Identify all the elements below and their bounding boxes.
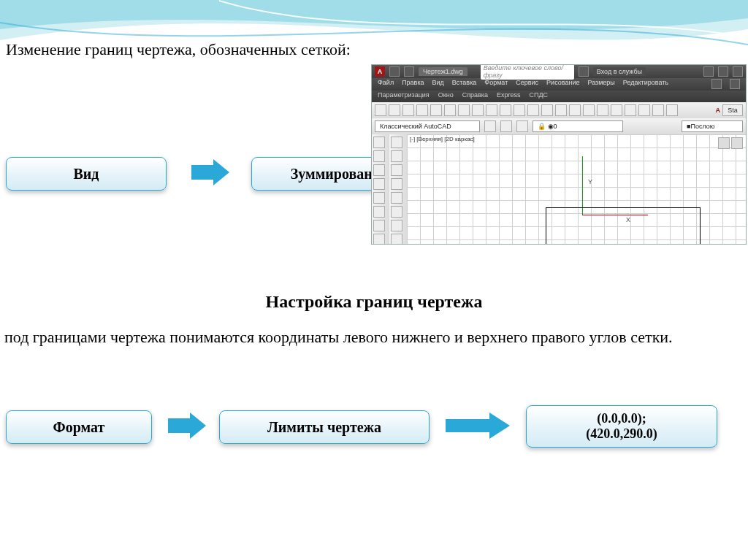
layer-combo-value: 0	[554, 121, 557, 131]
toolbar-button	[516, 120, 528, 132]
toolbar-button	[486, 104, 497, 116]
draw-tool-button	[373, 220, 385, 231]
cad-menubar-2: Параметризация Окно Справка Express СПДС	[372, 91, 746, 102]
toolbar-button	[389, 104, 400, 116]
toolbar-button	[484, 120, 496, 132]
toolbar-button	[472, 104, 484, 116]
draw-tool-button	[373, 137, 385, 148]
menu-item: Параметризация	[378, 91, 430, 101]
drawing-rectangle	[546, 207, 701, 245]
cad-toolbar: A Sta	[372, 102, 746, 118]
viewport-label: [-] [Верхняя] [2D каркас]	[410, 136, 475, 142]
flow-bottom-step-1: Формат	[6, 410, 152, 444]
right-button: Sta	[722, 104, 743, 116]
toolbar-button	[569, 104, 581, 116]
window-max-icon	[733, 66, 743, 77]
flow-bottom-step2-label: Лимиты чертежа	[267, 419, 381, 436]
toolbar-button	[500, 120, 512, 132]
ucs-y-axis	[582, 156, 583, 215]
slide-subtitle: Настройка границ чертежа	[0, 292, 748, 312]
annotation-a-icon: A	[716, 107, 721, 114]
cad-menubar-1: Файл Правка Вид Вставка Формат Сервис Ри…	[372, 78, 746, 91]
viewport-control-button	[731, 137, 743, 149]
color-combo: ■ Послою	[682, 120, 743, 132]
menu-item: Вставка	[452, 79, 476, 90]
toolbar-button	[541, 104, 553, 116]
toolbar-button	[611, 104, 622, 116]
menu-item: Вид	[432, 79, 444, 90]
qat-button	[404, 66, 414, 77]
toolbar-button	[402, 104, 414, 116]
workspace-combo: Классический AutoCAD	[375, 120, 480, 132]
slide-title: Изменение границ чертежа, обозначенных с…	[6, 40, 351, 59]
flow-top-step-1: Вид	[6, 157, 167, 191]
draw-tool-button	[373, 164, 385, 176]
qat-button	[389, 66, 400, 77]
slide-body-text: под границами чертежа понимаются координ…	[4, 327, 744, 348]
modify-tool-button	[391, 164, 402, 176]
viewport-controls	[718, 137, 743, 149]
toolbar-button	[444, 104, 456, 116]
flow-bottom-step3-line1: (0.0,0.0);	[597, 411, 646, 426]
toolbar-button	[514, 104, 525, 116]
autocad-logo-icon: A	[375, 66, 385, 77]
window-min-icon	[718, 66, 728, 77]
cad-titlebar: A Чертеж1.dwg Введите ключевое слово/фра…	[372, 65, 746, 78]
arrow-icon	[446, 413, 510, 439]
toolbar-button	[666, 104, 678, 116]
sign-in-button: Вход в службы	[593, 67, 646, 76]
draw-tool-button	[373, 206, 385, 218]
modify-tool-button	[391, 234, 402, 245]
axis-y-label: Y	[588, 178, 592, 185]
toolbar-button	[583, 104, 595, 116]
menu-item: Правка	[402, 79, 424, 90]
modify-tool-button	[391, 192, 402, 204]
modify-tool-button	[391, 150, 402, 162]
toolbar-button	[638, 104, 650, 116]
modify-tool-button	[391, 137, 402, 148]
modify-tool-button	[391, 178, 402, 190]
window-control-icon	[711, 79, 722, 89]
help-icon	[703, 66, 714, 77]
menu-item: Сервис	[516, 79, 538, 90]
toolbar-button	[527, 104, 539, 116]
search-input: Введите ключевое слово/фразу	[481, 64, 574, 80]
toolbar-button	[652, 104, 664, 116]
toolbar-button	[500, 104, 511, 116]
flow-bottom-step-3: (0.0,0.0); (420.0,290.0)	[526, 405, 717, 448]
layer-combo: 🔒 ◉ 0	[533, 120, 623, 132]
arrow-icon	[168, 413, 206, 439]
menu-item: Express	[497, 91, 521, 101]
viewport-control-button	[718, 137, 730, 149]
cad-left-toolbar-2	[389, 134, 407, 245]
cad-canvas: [-] [Верхняя] [2D каркас] Y X	[407, 134, 746, 245]
search-icon	[579, 66, 589, 77]
autocad-screenshot: A Чертеж1.dwg Введите ключевое слово/фра…	[371, 64, 747, 245]
menu-item: Рисование	[546, 79, 579, 90]
cad-workspace: [-] [Верхняя] [2D каркас] Y X	[372, 134, 746, 245]
toolbar-button	[458, 104, 470, 116]
window-control-icon	[730, 79, 740, 89]
menu-item: Окно	[438, 91, 454, 101]
flow-bottom-step1-label: Формат	[53, 419, 105, 436]
toolbar-button	[430, 104, 442, 116]
flow-bottom-step3-line2: (420.0,290.0)	[586, 426, 657, 442]
modify-tool-button	[391, 220, 402, 231]
toolbar-button	[625, 104, 636, 116]
menu-item: Редактировать	[623, 79, 668, 90]
draw-tool-button	[373, 178, 385, 190]
toolbar-button	[555, 104, 567, 116]
menu-item: СПДС	[529, 91, 548, 101]
color-combo-value: Послою	[690, 121, 714, 131]
menu-item: Формат	[484, 79, 508, 90]
flow-top-step1-label: Вид	[74, 166, 99, 183]
toolbar-button	[375, 104, 386, 116]
menu-item: Размеры	[587, 79, 614, 90]
toolbar-button	[416, 104, 428, 116]
menu-item: Файл	[378, 79, 394, 90]
document-tab: Чертеж1.dwg	[419, 67, 468, 76]
toolbar-button	[597, 104, 608, 116]
arrow-icon	[191, 159, 229, 185]
draw-tool-button	[373, 192, 385, 204]
cad-left-toolbar	[372, 134, 389, 245]
